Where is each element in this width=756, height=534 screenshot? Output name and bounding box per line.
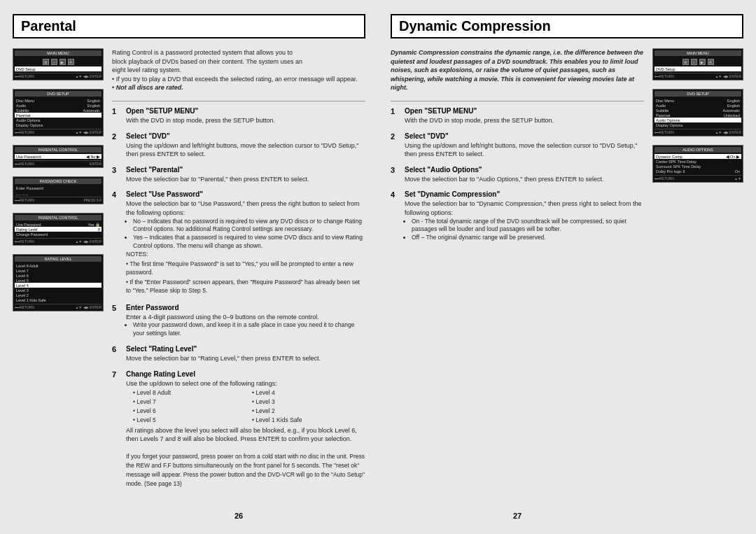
step-7: 7 Change Rating Level Use the up/down to… <box>112 370 365 489</box>
step-2: 2 Select "DVD" Using the up/down and lef… <box>112 132 365 159</box>
screen-footer-6: ⟵RETURN▲▼ ◀▶ ENTER <box>15 304 102 309</box>
step-4: 4 Select "Use Password" Move the selecti… <box>112 190 365 296</box>
screen-header-dvd: DVD SETUP <box>15 91 102 97</box>
step-3-content: Select "Parental" Move the selection bar… <box>126 166 365 184</box>
step-5-content: Enter Password Enter a 4-digit password … <box>126 304 365 338</box>
right-step-1-content: Open "SETUP MENU" With the DVD in stop m… <box>405 107 644 125</box>
rating-4: Level 4 <box>15 283 102 288</box>
right-screen-header-main: MAIN MENU <box>654 50 741 56</box>
icon-setup: ⚙ <box>43 59 49 65</box>
rating-8: Level 8 Adult <box>15 263 102 268</box>
menu-disc: Disc MenuEnglish <box>15 98 102 103</box>
screen-header-parental2: PARENTAL CONTROL <box>15 215 102 220</box>
step-3: 3 Select "Parental" Move the selection b… <box>112 166 365 184</box>
screen-header-parental: PARENTAL CONTROL <box>15 147 102 153</box>
right-screen-footer-1: ⟵RETURN▲▼ ◀▶ ENTER <box>654 73 741 78</box>
rating-5: Level 5 <box>15 278 102 283</box>
left-intro: Rating Control is a password protected s… <box>112 48 365 92</box>
divider-1 <box>112 101 365 101</box>
right-screen-icons-row: ⚙ ♪ ▶ A <box>654 57 741 66</box>
right-page-title: Dynamic Compression <box>391 14 743 38</box>
right-instructions-col: Dynamic Compression constrains the dynam… <box>391 48 644 520</box>
right-screen-audio-options: AUDIO OPTIONS Dynamic Comp.◀ On ▶ Center… <box>652 145 743 183</box>
screen-header-pw: PASSWORD CHECK <box>15 178 102 184</box>
right-step-4: 4 Set "Dynamic Compression" Move the sel… <box>391 190 644 242</box>
screen-rating-level: RATING LEVEL Level 8 Adult Level 7 Level… <box>13 254 104 311</box>
right-step-3: 3 Select "Audio Options" Move the select… <box>391 166 644 184</box>
right-screen-footer-3: ⟵RETURN▲▼ <box>654 175 741 181</box>
right-icon-audio: ♪ <box>691 59 697 65</box>
right-menu-audio-opts: Audio Options <box>654 118 741 122</box>
menu-change-pw: Change Password <box>15 232 102 237</box>
right-divider-1 <box>391 101 644 101</box>
right-menu-dyncomp: Dynamic Comp.◀ On ▶ <box>654 154 741 159</box>
step-5: 5 Enter Password Enter a 4-digit passwor… <box>112 304 365 338</box>
right-icon-setup: ⚙ <box>682 59 689 65</box>
step-7-content: Change Rating Level Use the up/down to s… <box>126 370 365 489</box>
left-page: Parental MAIN MENU ⚙ ♪ ▶ A DVD Setup ⟵RE… <box>0 0 378 534</box>
menu-use-pw2: Use PasswordYes 🔒 <box>15 222 102 227</box>
menu-subtitle: SubtitleAutomatic <box>15 108 102 113</box>
rating-6: Level 6 <box>15 273 102 278</box>
right-screen-header-audio: AUDIO OPTIONS <box>654 147 741 153</box>
right-content-area: Dynamic Compression constrains the dynam… <box>391 48 743 520</box>
right-icon-lang: A <box>708 59 714 65</box>
notes-section: NOTES: • The first time "Require Passwor… <box>126 251 365 295</box>
icon-lang: A <box>68 59 74 65</box>
right-step-4-content: Set "Dynamic Compression" Move the selec… <box>405 190 644 242</box>
icon-audio: ♪ <box>51 59 57 65</box>
screen-main-menu: MAIN MENU ⚙ ♪ ▶ A DVD Setup ⟵RETURN▲▼ ◀▶… <box>13 48 104 80</box>
left-content-area: MAIN MENU ⚙ ♪ ▶ A DVD Setup ⟵RETURN▲▼ ◀▶… <box>13 48 365 520</box>
right-menu-parental: ParentalUnlocked <box>654 113 741 118</box>
screen-footer-3: ⟵RETURNENTER <box>15 160 102 166</box>
page-container: Parental MAIN MENU ⚙ ♪ ▶ A DVD Setup ⟵RE… <box>0 0 756 534</box>
screen-dvd-setup: DVD SETUP Disc MenuEnglish AudioEnglish … <box>13 89 104 136</box>
screen-parental-control2: PARENTAL CONTROL Use PasswordYes 🔒 Ratin… <box>13 213 104 246</box>
right-menu-audio: AudioEnglish <box>654 103 741 108</box>
right-step-1: 1 Open "SETUP MENU" With the DVD in stop… <box>391 107 644 125</box>
menu-use-password: Use Password◀ No ▶ <box>15 154 102 159</box>
menu-dvd-setup: DVD Setup <box>15 66 102 71</box>
right-intro: Dynamic Compression constrains the dynam… <box>391 48 644 92</box>
right-page-number: 27 <box>391 509 644 520</box>
rating-3: Level 3 <box>15 288 102 293</box>
screen-header-rating: RATING LEVEL <box>15 256 102 262</box>
enter-password-label: Enter Password <box>15 185 102 190</box>
left-page-number: 26 <box>112 509 365 520</box>
step-4-content: Select "Use Password" Move the selection… <box>126 190 365 296</box>
right-menu-subtitle: SubtitleAutomatic <box>654 108 741 113</box>
menu-audio: AudioEnglish <box>15 103 102 108</box>
menu-rating-level: Rating Level8 <box>15 227 102 232</box>
screen-footer-4: ⟵RETURNPRESS 0-9 <box>15 197 102 202</box>
rating-levels-grid: • Level 8 Adult• Level 4 • Level 7• Leve… <box>133 389 365 425</box>
screen-header-main: MAIN MENU <box>15 50 102 56</box>
screen-parental-control: PARENTAL CONTROL Use Password◀ No ▶ ⟵RET… <box>13 145 104 168</box>
password-recovery: If you forget your password, press power… <box>126 453 365 487</box>
password-dots: _ _ _ _ <box>15 190 102 195</box>
screen-footer-2: ⟵RETURN▲▼ ◀▶ ENTER <box>15 129 102 134</box>
right-screen-main-menu: MAIN MENU ⚙ ♪ ▶ A DVD Setup ⟵RETURN▲▼ ◀▶… <box>652 48 743 80</box>
right-screen-header-dvd: DVD SETUP <box>654 91 741 97</box>
right-menu-dolby: Dolby Pro logic IIOn <box>654 169 741 174</box>
right-step-2-content: Select "DVD" Using the up/down and left/… <box>405 132 644 159</box>
right-step-2: 2 Select "DVD" Using the up/down and lef… <box>391 132 644 159</box>
screen-password-check: PASSWORD CHECK Enter Password _ _ _ _ ⟵R… <box>13 176 104 204</box>
screen-icons-row: ⚙ ♪ ▶ A <box>15 57 102 66</box>
left-page-title: Parental <box>13 14 365 38</box>
icon-video: ▶ <box>59 59 66 65</box>
rating-2: Level 2 <box>15 293 102 297</box>
step-2-content: Select "DVD" Using the up/down and left/… <box>126 132 365 159</box>
menu-parental: Parental <box>15 113 102 118</box>
right-menu-display: Display Options <box>654 122 741 127</box>
right-screen-dvd-setup: DVD SETUP Disc MenuEnglish AudioEnglish … <box>652 89 743 136</box>
right-screen-footer-2: ⟵RETURN▲▼ ◀▶ ENTER <box>654 129 741 134</box>
step-6-content: Select "Rating Level" Move the selection… <box>126 345 365 363</box>
right-icon-video: ▶ <box>699 59 706 65</box>
menu-display: Display Options <box>15 122 102 127</box>
right-menu-center-spk: Center SPK Time Delay <box>654 159 741 164</box>
left-instructions-col: Rating Control is a password protected s… <box>112 48 365 520</box>
right-page: Dynamic Compression Dynamic Compression … <box>378 0 756 534</box>
screen-footer-1: ⟵RETURN▲▼ ◀▶ ENTER <box>15 73 102 78</box>
step-6: 6 Select "Rating Level" Move the selecti… <box>112 345 365 363</box>
right-menu-disc: Disc MenuEnglish <box>654 98 741 103</box>
